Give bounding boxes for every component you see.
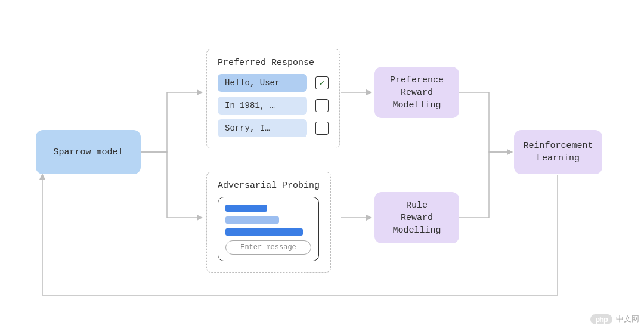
check-icon: ✓ [319, 78, 324, 89]
response-option: Hello, User ✓ [218, 74, 329, 92]
watermark: php 中文网 [590, 314, 639, 324]
node-preference-reward: Preference Reward Modelling [374, 67, 459, 118]
node-label: Sparrow model [53, 146, 123, 159]
checkbox-checked: ✓ [315, 76, 329, 89]
node-rule-reward: Rule Reward Modelling [374, 192, 459, 243]
response-label: Hello, User [225, 78, 280, 88]
adversarial-probing-title: Adversarial Probing [218, 181, 320, 191]
response-label: Sorry, I… [225, 123, 270, 133]
chat-input-placeholder: Enter message [225, 240, 311, 255]
chat-message-bar [225, 216, 279, 224]
chat-message-bar [225, 228, 303, 236]
response-option: Sorry, I… [218, 119, 329, 137]
response-pill: Sorry, I… [218, 119, 307, 137]
adversarial-probing-box: Adversarial Probing Enter message [206, 172, 331, 273]
watermark-text: 中文网 [616, 314, 639, 324]
response-pill: Hello, User [218, 74, 307, 92]
preferred-response-box: Preferred Response Hello, User ✓ In 1981… [206, 49, 340, 148]
node-label: Reinforcement Learning [523, 140, 593, 165]
watermark-brand: php [590, 314, 612, 324]
node-label: Rule Reward Modelling [392, 199, 441, 237]
chat-mock: Enter message [218, 197, 319, 261]
response-label: In 1981, … [225, 101, 275, 110]
response-option: In 1981, … [218, 97, 329, 115]
node-label: Preference Reward Modelling [390, 74, 444, 112]
node-sparrow-model: Sparrow model [36, 130, 141, 174]
response-pill: In 1981, … [218, 97, 307, 115]
chat-message-bar [225, 205, 267, 212]
node-reinforcement-learning: Reinforcement Learning [514, 130, 602, 174]
preferred-response-title: Preferred Response [218, 58, 329, 68]
checkbox-empty [315, 122, 329, 135]
checkbox-empty [315, 99, 329, 112]
